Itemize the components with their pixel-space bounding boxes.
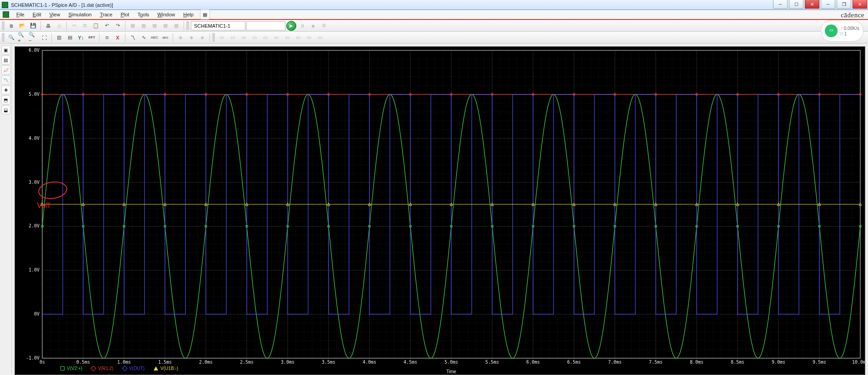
stop-sim-btn[interactable]: ■	[308, 21, 318, 31]
legend-item-1[interactable]: V(V2:+)	[60, 366, 82, 371]
svg-text:3.0ms: 3.0ms	[281, 360, 294, 365]
cursor-btn-9[interactable]: ▭	[304, 33, 314, 43]
svg-text:3.0V: 3.0V	[29, 180, 40, 185]
cursor-btn-6[interactable]: ▭	[271, 33, 281, 43]
dock-btn-5[interactable]: ✚	[1, 85, 10, 94]
tb-extra3[interactable]: ▦	[150, 21, 160, 31]
paste-btn[interactable]: 📋	[91, 21, 101, 31]
zoom-area-btn[interactable]: ⛶	[39, 33, 49, 43]
svg-text:-1.0V: -1.0V	[26, 355, 40, 360]
open-file-btn[interactable]: 📂	[17, 21, 27, 31]
legend-item-4[interactable]: V(U1B:-)	[154, 366, 178, 371]
plot-area[interactable]: -1.0V0V1.0V2.0V3.0V4.0V5.0V6.0V0s0.5ms1.…	[15, 46, 865, 375]
dock-btn-7[interactable]: ⬓	[1, 105, 10, 114]
excel-btn[interactable]: X	[113, 33, 123, 43]
log-y-btn[interactable]: ▤	[65, 33, 75, 43]
text-label2-btn[interactable]: abc	[160, 33, 170, 43]
svg-text:9.0ms: 9.0ms	[772, 360, 785, 365]
svg-text:0V: 0V	[34, 311, 40, 316]
cursor-btn-3[interactable]: ▭	[239, 33, 249, 43]
minimize-button[interactable]: ─	[773, 0, 788, 9]
eval-goal-btn[interactable]: ∿	[139, 33, 149, 43]
sim-settings-btn[interactable]: ⚙	[319, 21, 329, 31]
svg-text:2.0V: 2.0V	[29, 223, 40, 228]
menu-file[interactable]: File	[13, 11, 28, 18]
toolbar-row-1: 🗎 📂 💾 🖶 ⎙ ✂ ⧉ 📋 ↶ ↷ ▦ ▦ ▦ ▦ ▦ ▶ ⏸ ■ ⚙ ⌔ …	[0, 20, 868, 32]
menu-view[interactable]: View	[46, 11, 64, 18]
redo-btn[interactable]: ↷	[113, 21, 123, 31]
svg-text:6.0V: 6.0V	[29, 48, 40, 53]
dock-btn-3[interactable]: 📈	[1, 65, 10, 74]
cadence-logo-btn[interactable]: ▦	[200, 10, 210, 20]
tb-extra5[interactable]: ▦	[171, 21, 181, 31]
fft-btn[interactable]: FFT	[87, 33, 97, 43]
print-btn[interactable]: 🖶	[43, 21, 53, 31]
cut-btn[interactable]: ✂	[69, 21, 79, 31]
svg-text:0.5ms: 0.5ms	[76, 360, 90, 365]
tb-extra4[interactable]: ▦	[160, 21, 170, 31]
menu-window[interactable]: Window	[154, 11, 179, 18]
dock-btn-4[interactable]: 📉	[1, 75, 10, 84]
window-title: SCHEMATIC1-1 - PSpice A/D - [1.dat (acti…	[11, 2, 113, 8]
toolbar-handle[interactable]	[2, 21, 5, 30]
network-widget: ⌔ 0.08K/s 1	[821, 20, 863, 42]
simulation-profile-input[interactable]	[246, 21, 285, 30]
menu-plot[interactable]: Plot	[117, 11, 133, 18]
toolbar-handle-2[interactable]	[186, 21, 189, 30]
tb-extra1[interactable]: ▦	[128, 21, 138, 31]
doc-icon	[3, 11, 9, 18]
add-trace-btn[interactable]: 〽	[128, 33, 138, 43]
legend-marker-4	[154, 366, 158, 370]
cursor-btn-8[interactable]: ▭	[293, 33, 303, 43]
cursor-btn-2[interactable]: ▭	[228, 33, 238, 43]
legend-item-3[interactable]: V(OUT)	[123, 366, 145, 371]
copy-btn[interactable]: ⧉	[80, 21, 90, 31]
menu-trace[interactable]: Trace	[96, 11, 116, 18]
legend-item-2[interactable]: V(R1:2)	[91, 366, 113, 371]
cursor-btn-4[interactable]: ▭	[249, 33, 259, 43]
cursor-btn-7[interactable]: ▭	[282, 33, 292, 43]
tb-extra2[interactable]: ▦	[139, 21, 149, 31]
pause-sim-btn[interactable]: ⏸	[297, 21, 307, 31]
svg-text:5.0V: 5.0V	[29, 92, 40, 97]
menu-tools[interactable]: Tools	[134, 11, 153, 18]
brand-label: cādence	[841, 10, 864, 20]
text-label-btn[interactable]: ABC	[150, 33, 160, 43]
cursor-btn-5[interactable]: ▭	[260, 33, 270, 43]
svg-text:7.0ms: 7.0ms	[608, 360, 622, 365]
new-file-btn[interactable]: 🗎	[6, 21, 16, 31]
add-y-axis-btn[interactable]: Y↕	[76, 33, 86, 43]
marker3-btn[interactable]: ◈	[197, 33, 207, 43]
run-simulation-btn[interactable]: ▶	[286, 21, 296, 31]
menu-help[interactable]: Help	[180, 11, 197, 18]
save-btn[interactable]: 💾	[28, 21, 38, 31]
restore-button[interactable]: ❐	[837, 0, 851, 9]
print-preview-btn[interactable]: ⎙	[54, 21, 64, 31]
menu-edit[interactable]: Edit	[29, 11, 45, 18]
dock-btn-6[interactable]: ⬒	[1, 95, 10, 104]
wifi-icon: ⌔	[825, 25, 838, 37]
log-x-btn[interactable]: ▥	[54, 33, 64, 43]
cursor-btn-1[interactable]: ▭	[217, 33, 227, 43]
maximize-button[interactable]: ☐	[789, 0, 803, 9]
simulation-name-input[interactable]	[191, 21, 245, 30]
svg-text:8.0ms: 8.0ms	[690, 360, 703, 365]
perf-anal-btn[interactable]: ⧈	[102, 33, 112, 43]
undo-btn[interactable]: ↶	[102, 21, 112, 31]
child-close-button[interactable]: ✕	[805, 0, 819, 9]
minimize2-button[interactable]: ─	[821, 0, 835, 9]
toolbar2-handle[interactable]	[2, 33, 5, 42]
svg-text:9.5ms: 9.5ms	[813, 360, 826, 365]
window-close-button[interactable]: ✕	[853, 0, 867, 9]
svg-text:0s: 0s	[40, 360, 45, 365]
dock-btn-1[interactable]: ▣	[1, 45, 10, 54]
zoom-out-btn[interactable]: 🔍−	[28, 33, 38, 43]
toolbar2-handle-2[interactable]	[212, 33, 215, 42]
marker1-btn[interactable]: ◈	[175, 33, 185, 43]
cursor-btn-10[interactable]: ▭	[315, 33, 325, 43]
zoom-in-btn[interactable]: 🔍+	[17, 33, 27, 43]
menu-simulation[interactable]: Simulation	[65, 11, 95, 18]
zoom-fit-btn[interactable]: 🔍	[6, 33, 16, 43]
marker2-btn[interactable]: ◈	[186, 33, 196, 43]
dock-btn-2[interactable]: ▤	[1, 55, 10, 64]
